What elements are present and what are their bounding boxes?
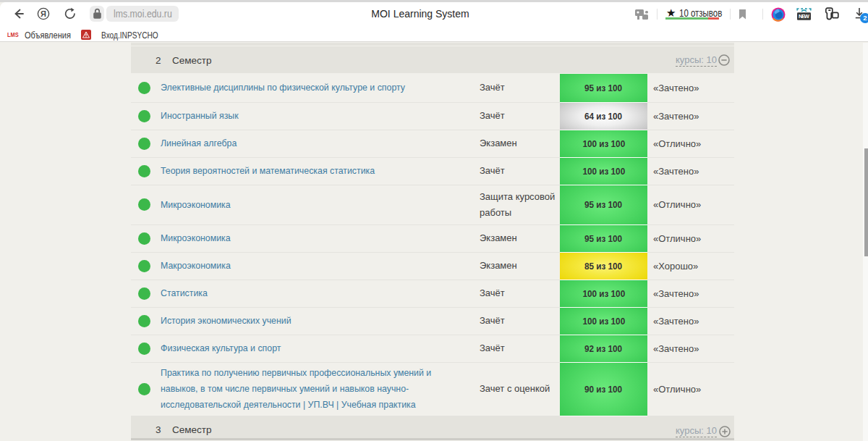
svg-text:Я: Я xyxy=(41,9,46,18)
svg-text:NEW: NEW xyxy=(799,13,810,20)
